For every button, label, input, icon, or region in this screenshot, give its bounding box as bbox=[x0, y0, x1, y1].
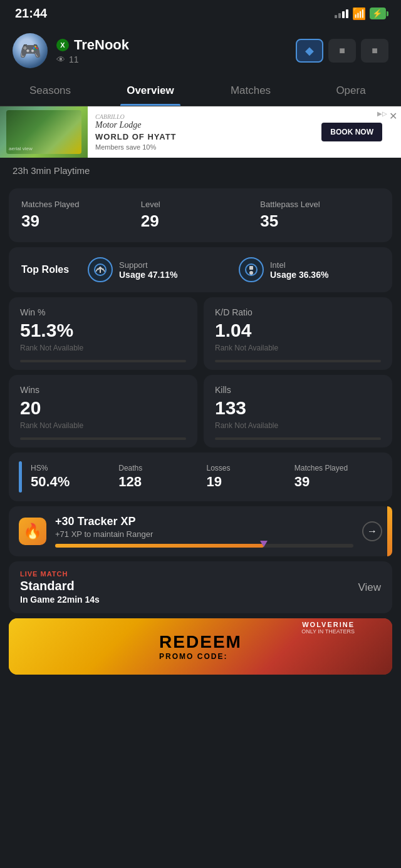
primary-action-button[interactable]: ◆ bbox=[296, 39, 323, 63]
top-roles-label: Top Roles bbox=[21, 264, 78, 275]
xp-arrow-button[interactable]: → bbox=[362, 521, 382, 541]
role-intel: Intel Usage 36.36% bbox=[239, 257, 380, 282]
matches-played-stat: Matches Played 39 bbox=[21, 200, 141, 231]
playtime-bar: 23h 3min Playtime bbox=[0, 158, 401, 183]
profile-info: X TreNook 👁 11 bbox=[56, 37, 296, 64]
ad-cta-button[interactable]: BOOK NOW bbox=[321, 123, 382, 141]
top-roles-card: Top Roles Support Usage 47.11% Intel Usa… bbox=[9, 247, 392, 292]
basic-stats-card: Matches Played 39 Level 29 Battlepass Le… bbox=[9, 188, 392, 242]
wins-card: Wins 20 Rank Not Available bbox=[9, 375, 197, 447]
tab-matches[interactable]: Matches bbox=[200, 76, 301, 106]
live-match-card: LIVE MATCH Standard In Game 22min 14s Vi… bbox=[9, 561, 392, 613]
ad-headline: WORLD OF HYATT bbox=[95, 132, 314, 141]
ad-close-button[interactable]: ✕ bbox=[389, 110, 397, 122]
xp-progress-bar bbox=[55, 544, 353, 548]
kd-ratio-card: K/D Ratio 1.04 Rank Not Available bbox=[204, 297, 392, 370]
live-match-mode: Standard bbox=[20, 579, 100, 593]
status-icons: 📶 ⚡ bbox=[335, 7, 386, 21]
win-pct-card: Win % 51.3% Rank Not Available bbox=[9, 297, 197, 370]
promo-brand: WOLVERINE bbox=[301, 621, 355, 628]
ad-sub: Members save 10% bbox=[95, 143, 314, 151]
promo-banner: REDEEM PROMO CODE: WOLVERINE ONLY IN THE… bbox=[9, 618, 392, 675]
strip-matches-played-stat: Matches Played 39 bbox=[294, 464, 382, 490]
tab-opera[interactable]: Opera bbox=[301, 76, 401, 106]
profile-followers: 11 bbox=[69, 54, 79, 64]
role-support: Support Usage 47.11% bbox=[88, 257, 229, 282]
promo-sub: PROMO CODE: bbox=[159, 652, 242, 661]
live-match-time: In Game 22min 14s bbox=[20, 595, 100, 605]
tertiary-action-button[interactable]: ■ bbox=[361, 39, 388, 63]
kills-card: Kills 133 Rank Not Available bbox=[204, 375, 392, 447]
kd-ratio-bar bbox=[215, 360, 381, 362]
xp-flame-icon: 🔥 bbox=[19, 518, 46, 545]
battery-icon: ⚡ bbox=[370, 8, 386, 19]
profile-header: 🎮 X TreNook 👁 11 ◆ ■ ■ bbox=[0, 26, 401, 76]
intel-role-icon bbox=[239, 257, 264, 282]
deaths-stat: Deaths 128 bbox=[118, 464, 206, 490]
wifi-icon: 📶 bbox=[352, 7, 366, 21]
status-time: 21:44 bbox=[15, 6, 47, 21]
wins-kills-row: Wins 20 Rank Not Available Kills 133 Ran… bbox=[9, 375, 392, 447]
hs-pct-stat: HS% 50.4% bbox=[31, 464, 118, 490]
level-stat: Level 29 bbox=[141, 200, 261, 231]
tab-seasons[interactable]: Seasons bbox=[0, 76, 100, 106]
xp-info: +30 Tracker XP +71 XP to maintain Ranger bbox=[55, 515, 353, 548]
battlepass-stat: Battlepass Level 35 bbox=[260, 200, 380, 231]
ad-banner: aerial view CABRILLO Motor Lodge WORLD O… bbox=[0, 106, 401, 158]
view-match-button[interactable]: View bbox=[358, 581, 381, 594]
secondary-action-button[interactable]: ■ bbox=[328, 39, 356, 63]
support-role-icon bbox=[88, 257, 113, 282]
live-badge: LIVE MATCH bbox=[20, 570, 100, 578]
profile-actions: ◆ ■ ■ bbox=[296, 39, 388, 63]
svg-point-3 bbox=[249, 271, 253, 275]
ad-content: CABRILLO Motor Lodge WORLD OF HYATT Memb… bbox=[88, 108, 321, 156]
xp-card: 🔥 +30 Tracker XP +71 XP to maintain Rang… bbox=[9, 506, 392, 556]
ad-image: aerial view bbox=[0, 106, 88, 158]
xp-side-accent bbox=[387, 506, 392, 556]
ad-sponsored-icon: ▶▷ bbox=[377, 110, 387, 117]
xbox-icon: X bbox=[56, 39, 69, 51]
svg-rect-2 bbox=[249, 266, 253, 270]
promo-text: REDEEM bbox=[159, 632, 242, 652]
promo-brand-sub: ONLY IN THEATERS bbox=[301, 628, 355, 635]
signal-icon bbox=[335, 9, 348, 18]
playtime-label: 23h 3min Playtime bbox=[13, 165, 90, 176]
stats-strip: HS% 50.4% Deaths 128 Losses 19 Matches P… bbox=[9, 452, 392, 501]
tab-overview[interactable]: Overview bbox=[100, 76, 200, 106]
eye-icon: 👁 bbox=[56, 54, 65, 64]
ad-logo: CABRILLO Motor Lodge bbox=[95, 113, 314, 130]
wins-bar bbox=[20, 437, 186, 440]
strip-accent bbox=[19, 461, 22, 493]
win-pct-bar bbox=[20, 360, 186, 362]
avatar: 🎮 bbox=[13, 33, 48, 68]
xp-title: +30 Tracker XP bbox=[55, 515, 353, 528]
status-bar: 21:44 📶 ⚡ bbox=[0, 0, 401, 26]
profile-name: TreNook bbox=[74, 37, 129, 53]
xp-marker bbox=[260, 541, 268, 547]
losses-stat: Losses 19 bbox=[207, 464, 294, 490]
kills-bar bbox=[215, 437, 381, 440]
win-kd-row: Win % 51.3% Rank Not Available K/D Ratio… bbox=[9, 297, 392, 370]
xp-sub: +71 XP to maintain Ranger bbox=[55, 529, 353, 539]
tab-bar: Seasons Overview Matches Opera bbox=[0, 76, 401, 106]
